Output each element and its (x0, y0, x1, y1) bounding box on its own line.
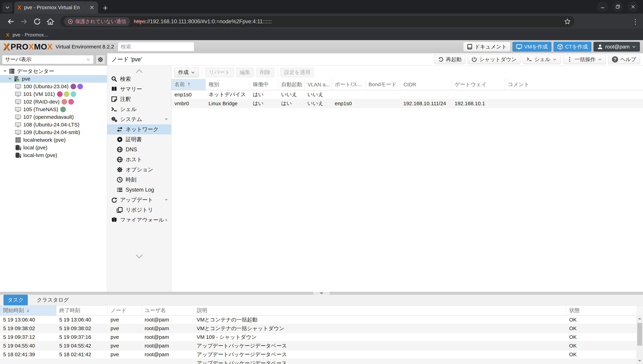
address-bar[interactable]: 保護されていない通信 https://192.168.10.111:8006/#… (60, 16, 574, 27)
browser-tab[interactable]: X pve - Proxmox Virtual En (14, 2, 98, 14)
column-header[interactable]: 終了時刻 (56, 306, 107, 315)
column-header[interactable]: 開始時刻 (0, 306, 56, 315)
chevron-down-icon (319, 292, 324, 295)
tree-item-pve[interactable]: pve (0, 75, 107, 83)
bookmark-star-icon[interactable] (564, 18, 571, 25)
create-ct-button[interactable]: CTを作成 (553, 42, 591, 52)
table-row[interactable]: 5 19 09:38:025 19 09:38:02pveroot@pamVMと… (0, 324, 636, 333)
tree-settings-button[interactable] (96, 55, 105, 64)
column-header[interactable]: 名前 (171, 79, 205, 90)
column-header[interactable]: CIDR (400, 79, 451, 90)
tab-tasks[interactable]: タスク (4, 295, 28, 305)
table-row[interactable]: 5 19 04:55:405 19 04:55:42pveroot@pamアップ… (0, 342, 636, 350)
scroll-up-arrow[interactable] (636, 315, 643, 322)
revert-button[interactable]: リバート (205, 68, 234, 77)
column-header[interactable]: ポート/ス... (332, 79, 365, 90)
shell-button[interactable]: シェル (523, 55, 561, 64)
nav-item-shell[interactable]: シェル (107, 104, 171, 114)
column-header[interactable]: ユーザ名 (142, 306, 194, 315)
shutdown-button[interactable]: シャットダウン (468, 55, 520, 64)
home-button[interactable] (47, 18, 54, 25)
splitter-collapse-handle[interactable] (313, 292, 330, 295)
column-header[interactable]: ゲートウェイ (451, 79, 505, 90)
tree-item-storage-local[interactable]: local (pve) (0, 144, 107, 152)
table-row[interactable]: 5 19 13:06:405 19 13:06:40pveroot@pamVMと… (0, 315, 636, 324)
nav-item-repositories[interactable]: リポジトリ (107, 205, 171, 215)
column-header[interactable]: コメント (505, 79, 643, 90)
tree-item-label: データセンター (17, 68, 54, 75)
restart-button[interactable]: 再起動 (434, 55, 465, 64)
nav-item-updates[interactable]: アップデート (107, 195, 171, 205)
minimize-button[interactable] (597, 2, 608, 12)
nav-item-syslog[interactable]: System Log (107, 185, 171, 195)
tasks-scrollbar[interactable] (636, 315, 643, 364)
create-vm-button[interactable]: VMを作成 (512, 42, 551, 52)
tree-item-vm-101[interactable]: 101 (VM 101) (0, 90, 107, 98)
nav-item-network[interactable]: ネットワーク (107, 124, 171, 134)
chevron-down-icon (164, 117, 169, 122)
nav-item-label: オプション (126, 166, 153, 173)
nav-scroll-up[interactable] (107, 68, 171, 74)
horizontal-splitter[interactable] (0, 292, 643, 295)
tree-item-vm-107[interactable]: 107 (openmediavault) (0, 113, 107, 121)
nav-item-search[interactable]: 検索 (107, 74, 171, 84)
pve-header: X PROXMOX Virtual Environment 8.2.2 ドキュメ… (0, 40, 643, 53)
nav-item-options[interactable]: オプション (107, 165, 171, 175)
column-header[interactable]: VLAN a... (304, 79, 332, 90)
user-menu-button[interactable]: root@pam (593, 42, 640, 52)
new-tab-button[interactable] (101, 3, 110, 13)
bulk-actions-button[interactable]: 一括操作 (563, 55, 606, 64)
back-button[interactable] (7, 18, 15, 25)
help-button[interactable]: ?ヘルプ (608, 55, 640, 64)
nav-item-time[interactable]: 時刻 (107, 175, 171, 185)
bookmark-item[interactable]: pve - Proxmox... (13, 32, 48, 38)
close-button[interactable] (628, 2, 638, 12)
browser-tab-bar: X pve - Proxmox Virtual En (0, 0, 643, 14)
nav-item-certificates[interactable]: 証明書 (107, 134, 171, 144)
table-row[interactable]: enp1s0ネットデバイスはいいいえいいえ (171, 90, 643, 99)
tree-item-vm-108[interactable]: 108 (Ubuntu-24.04-LTS) (0, 121, 107, 128)
nav-item-hosts[interactable]: ホスト (107, 154, 171, 165)
edit-button[interactable]: 編集 (236, 68, 254, 77)
tab-cluster-log[interactable]: クラスタログ (33, 295, 73, 305)
browser-menu-button[interactable]: ⋮ (632, 18, 639, 26)
column-header[interactable]: 自動起動 (278, 79, 304, 90)
nav-item-notes[interactable]: 注釈 (107, 94, 171, 104)
forward-button[interactable] (20, 18, 28, 25)
column-header[interactable]: Bondモード (365, 79, 400, 90)
table-row[interactable]: アップデートパッケージデータベース (0, 359, 636, 364)
tab-close-icon[interactable] (89, 4, 95, 10)
column-header[interactable]: 稼働中 (250, 79, 278, 90)
reload-button[interactable] (33, 18, 41, 25)
nav-scroll-down[interactable] (107, 222, 171, 291)
column-header[interactable]: ノード (107, 306, 142, 315)
table-row[interactable]: 5 19 09:37:125 19 09:37:16pveroot@pamVM … (0, 333, 636, 342)
remove-button[interactable]: 削除 (256, 68, 274, 77)
nav-item-dns[interactable]: DNS (107, 144, 171, 154)
nav-item-system[interactable]: システム (107, 114, 171, 124)
tree-item-vm-109[interactable]: 109 (Ubuntu-24.04-smb) (0, 128, 107, 136)
tree-item-datacenter[interactable]: データセンター (0, 68, 107, 75)
maximize-button[interactable] (612, 2, 623, 12)
view-mode-select[interactable]: サーバ表示 (2, 55, 94, 64)
column-header[interactable]: 説明 (194, 306, 566, 315)
table-row[interactable]: 5 18 02:41:395 18 02:41:42pveroot@pamアップ… (0, 350, 636, 359)
apply-config-button[interactable]: 設定を適用 (281, 68, 314, 77)
tree-item-vm-100[interactable]: 100 (Ubuntu-23.04) (0, 83, 107, 90)
tree-item-storage-local-lvm[interactable]: local-lvm (pve) (0, 152, 107, 159)
table-row[interactable]: vmbr0Linux Bridgeはいはいいいえenp1s0192.168.10… (171, 99, 643, 108)
help-icon: ? (612, 56, 618, 62)
tree-item-localnetwork[interactable]: localnetwork (pve) (0, 136, 107, 144)
column-header[interactable]: 状態 (566, 306, 636, 315)
security-badge[interactable]: 保護されていない通信 (64, 17, 130, 26)
tab-search-button[interactable] (3, 2, 13, 12)
documentation-button[interactable]: ドキュメント (463, 42, 510, 52)
nav-item-summary[interactable]: サマリー (107, 84, 171, 94)
global-search-input[interactable] (118, 42, 194, 52)
scrollbar-thumb[interactable] (637, 323, 642, 346)
create-button[interactable]: 作成 (175, 68, 199, 77)
scroll-down-arrow[interactable] (636, 358, 643, 364)
tree-item-vm-102[interactable]: 102 (RAID-dev) (0, 98, 107, 106)
column-header[interactable]: 種別 (205, 79, 250, 90)
tree-item-vm-105[interactable]: 105 (TrueNAS) (0, 106, 107, 113)
